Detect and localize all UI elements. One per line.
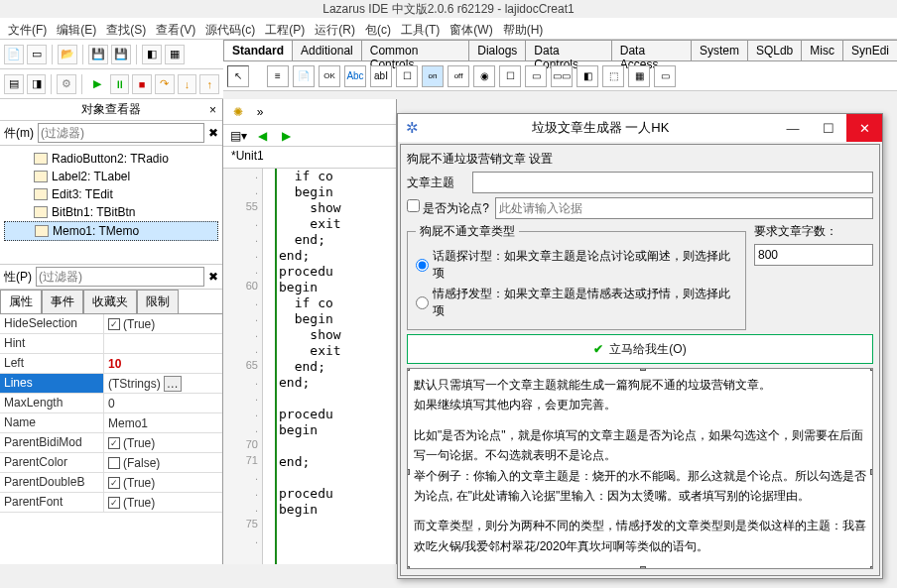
prop-name[interactable]: ParentFont — [0, 493, 104, 512]
tab-restricted[interactable]: 限制 — [137, 290, 179, 313]
step-into-icon[interactable]: ↓ — [178, 74, 197, 94]
prop-value[interactable]: (False) — [104, 453, 222, 472]
prop-name[interactable]: ParentDoubleB — [0, 473, 104, 492]
jump-list-icon[interactable]: ▤▾ — [229, 127, 247, 145]
prop-name[interactable]: Name — [0, 413, 104, 432]
prop-name[interactable]: Lines — [0, 374, 104, 393]
prop-value[interactable]: ✓(True) — [104, 473, 222, 492]
tree-item-label[interactable]: BitBtn1: TBitBtn — [52, 205, 136, 219]
design-form-titlebar[interactable]: ✲ 垃圾文章生成器 一人HK — ☐ ✕ — [398, 114, 882, 142]
prop-name[interactable]: HideSelection — [0, 314, 104, 333]
expand-icon[interactable]: » — [251, 103, 269, 121]
editor-tab[interactable]: *Unit1 — [223, 147, 396, 169]
code-editor[interactable]: ..55....60....65....7071...75. if co beg… — [223, 169, 396, 564]
edit-component-icon[interactable]: abI — [370, 65, 392, 87]
pause-icon[interactable]: ⏸ — [110, 74, 130, 94]
stop-icon[interactable]: ■ — [132, 74, 152, 94]
button-component-icon[interactable]: OK — [319, 65, 340, 87]
prop-value[interactable]: 0 — [104, 394, 222, 412]
prop-value[interactable]: ✓(True) — [104, 493, 222, 512]
radiogroup-component-icon[interactable]: ▦ — [628, 65, 650, 87]
menu-package[interactable]: 包(c) — [361, 20, 395, 37]
minimize-icon[interactable]: — — [775, 114, 811, 142]
prop-name[interactable]: ParentBidiMod — [0, 433, 104, 452]
props-filter-input[interactable] — [36, 267, 204, 287]
prop-value[interactable] — [104, 334, 222, 353]
panel-component-icon[interactable]: ▭ — [654, 65, 676, 87]
view-forms-icon[interactable]: ◨ — [27, 74, 47, 94]
open-icon[interactable]: 📂 — [58, 45, 77, 64]
tab-dialogs[interactable]: Dialogs — [468, 40, 526, 60]
cursor-icon[interactable]: ↖ — [227, 65, 249, 87]
listbox-component-icon[interactable]: ▭ — [525, 65, 547, 87]
radio-discuss[interactable] — [416, 259, 429, 272]
combobox-component-icon[interactable]: ▭▭ — [551, 65, 573, 87]
save-icon[interactable]: 💾 — [88, 45, 108, 64]
groupbox-component-icon[interactable]: ⬚ — [602, 65, 624, 87]
tree-item-label[interactable]: Label2: TLabel — [52, 170, 130, 183]
new-form-icon[interactable]: ▭ — [27, 45, 47, 64]
new-unit-icon[interactable]: 📄 — [4, 45, 24, 64]
menu-search[interactable]: 查找(S) — [102, 20, 150, 37]
tab-events[interactable]: 事件 — [42, 290, 83, 313]
ellipsis-button[interactable]: … — [164, 376, 182, 392]
tree-item-label[interactable]: Edit3: TEdit — [52, 187, 113, 201]
filter-clear-icon[interactable]: ✖ — [208, 270, 218, 284]
menu-project[interactable]: 工程(P) — [261, 20, 309, 37]
argument-input[interactable] — [495, 197, 873, 219]
memo-output[interactable]: 默认只需填写一个文章主题就能生成一篇狗屁不通的垃圾营销文章。 如果继续填写其他内… — [407, 368, 873, 569]
view-units-icon[interactable]: ▤ — [4, 74, 24, 94]
close-icon[interactable]: ✕ — [846, 114, 882, 142]
form-toggle-icon[interactable]: ◧ — [142, 45, 162, 64]
label-component-icon[interactable]: Abc — [344, 65, 366, 87]
menu-edit[interactable]: 编辑(E) — [53, 20, 100, 37]
mainmenu-component-icon[interactable]: ≡ — [267, 65, 289, 87]
tab-favorites[interactable]: 收藏夹 — [83, 290, 137, 313]
radiobutton-component-icon[interactable]: ◉ — [473, 65, 495, 87]
units-icon[interactable]: ▦ — [165, 45, 185, 64]
save-all-icon[interactable]: 💾 — [111, 45, 131, 64]
prop-value[interactable]: Memo1 — [104, 413, 222, 432]
menu-file[interactable]: 文件(F) — [4, 20, 51, 37]
tab-properties[interactable]: 属性 — [0, 290, 42, 313]
prop-name[interactable]: ParentColor — [0, 453, 104, 472]
tab-data-access[interactable]: Data Access — [611, 40, 692, 60]
menu-help[interactable]: 帮助(H) — [499, 20, 548, 37]
step-over-icon[interactable]: ↷ — [155, 74, 175, 94]
tree-item-label[interactable]: RadioButton2: TRadio — [52, 152, 169, 166]
menu-source[interactable]: 源代码(c) — [201, 20, 259, 37]
components-filter-input[interactable] — [38, 123, 204, 143]
prop-value[interactable]: ✓(True) — [104, 433, 222, 452]
radio-emotion[interactable] — [416, 296, 429, 309]
step-out-icon[interactable]: ↑ — [199, 74, 219, 94]
tab-common-controls[interactable]: Common Controls — [361, 40, 470, 60]
run-icon[interactable]: ▶ — [87, 74, 107, 94]
tab-misc[interactable]: Misc — [801, 40, 843, 60]
tab-synedit[interactable]: SynEdi — [842, 40, 897, 60]
design-form-window[interactable]: ✲ 垃圾文章生成器 一人HK — ☐ ✕ 狗屁不通垃圾营销文章 设置 文章主题 … — [397, 113, 883, 579]
tree-item-label[interactable]: Memo1: TMemo — [53, 224, 139, 238]
build-mode-icon[interactable]: ⚙ — [57, 74, 76, 94]
menu-run[interactable]: 运行(R) — [311, 20, 359, 37]
generate-button[interactable]: ✔ 立马给我生(O) — [407, 334, 873, 364]
menu-view[interactable]: 查看(V) — [152, 20, 199, 37]
gear-icon[interactable]: ✺ — [229, 103, 247, 121]
component-tree[interactable]: RadioButton2: TRadio Label2: TLabel Edit… — [0, 146, 222, 265]
nav-fwd-icon[interactable]: ▶ — [277, 127, 295, 145]
oi-close-icon[interactable]: × — [209, 103, 216, 117]
tab-system[interactable]: System — [691, 40, 748, 60]
togglebox-off-icon[interactable]: off — [448, 65, 469, 87]
scrollbar-component-icon[interactable]: ◧ — [577, 65, 598, 87]
prop-value[interactable]: 10 — [104, 354, 222, 373]
popupmenu-component-icon[interactable]: 📄 — [293, 65, 315, 87]
maximize-icon[interactable]: ☐ — [811, 114, 846, 142]
tab-sqldb[interactable]: SQLdb — [747, 40, 802, 60]
property-grid[interactable]: HideSelection✓(True)HintLeft10Lines(TStr… — [0, 314, 222, 564]
nav-back-icon[interactable]: ◀ — [253, 127, 271, 145]
checkbox-component-icon[interactable]: ☐ — [499, 65, 521, 87]
tab-standard[interactable]: Standard — [223, 40, 293, 60]
prop-value[interactable]: ✓(True) — [104, 314, 222, 333]
ispoint-checkbox[interactable] — [407, 199, 420, 212]
prop-name[interactable]: Hint — [0, 334, 104, 353]
menu-window[interactable]: 窗体(W) — [446, 20, 496, 37]
